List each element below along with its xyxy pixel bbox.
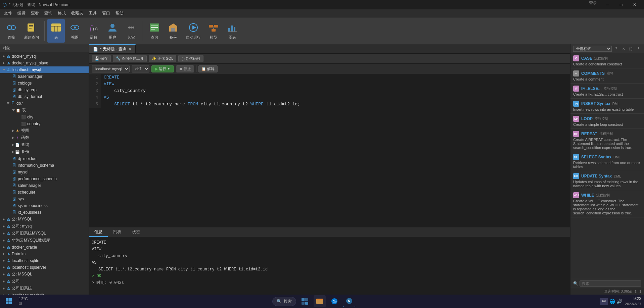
rp-icon-4[interactable]: ⋮	[635, 46, 641, 52]
database-select[interactable]: db7	[132, 65, 149, 72]
sidebar-item-huawei-mysql[interactable]: 🖧 华为云MYSQL数据库	[0, 237, 89, 244]
windows-start-button[interactable]	[3, 295, 15, 307]
sidebar-tree[interactable]: 🖧 docker_mysql 🖧 docker_mysql_slave 🖧 lo…	[0, 52, 89, 295]
sidebar-item-gong-sys-mysql[interactable]: 🖧 公司旧系统MYSQL	[0, 230, 89, 237]
snippet-search-input[interactable]	[580, 280, 641, 287]
toolbar-model[interactable]: 模型	[205, 19, 222, 43]
bottom-tab-profile[interactable]: 剖析	[108, 228, 127, 237]
sidebar-item-db-sy-erp[interactable]: 🗄 db_sy_erp	[0, 87, 89, 93]
code-snippet-button[interactable]: { } () 代码段	[178, 55, 203, 62]
snippet-insert[interactable]: IN INSERT Syntax DML Insert new rows int…	[570, 99, 644, 114]
toolbar-other[interactable]: 其它	[123, 19, 140, 43]
sidebar-item-xt-ebusiness[interactable]: 🗄 xt_ebusiness	[0, 209, 89, 216]
volume-icon[interactable]: 🔊	[616, 299, 622, 304]
taskbar-app-edge[interactable]	[328, 295, 340, 307]
stop-button[interactable]: ⏹ 停止	[176, 65, 194, 72]
snippet-update[interactable]: UP UPDATE Syntax DML Updates columns of …	[570, 171, 644, 190]
snippet-loop[interactable]: LP LOOP 流程控制 Create a simple loop constr…	[570, 114, 644, 129]
sidebar-item-performance-schema[interactable]: 🗄 performance_schema	[0, 175, 89, 182]
sidebar-item-backup-group[interactable]: 💾 备份	[0, 148, 89, 155]
sidebar-item-sys[interactable]: 🗄 sys	[0, 196, 89, 202]
maximize-button[interactable]: □	[614, 0, 628, 9]
sidebar-item-localhost-mariadb[interactable]: 🖧 localhost: mariadb	[0, 292, 89, 295]
bottom-tab-info[interactable]: 信息	[89, 228, 108, 237]
sidebar-item-docker-oracle[interactable]: 🖧 docker_oracle	[0, 244, 89, 251]
sidebar-item-localhost-sqlite[interactable]: 🖧 localhost: sqlite	[0, 257, 89, 264]
sidebar-item-docker-mysql-slave[interactable]: 🖧 docker_mysql_slave	[0, 60, 89, 66]
explain-button[interactable]: 📋 解释	[198, 65, 218, 72]
toolbar-view[interactable]: 视图	[66, 19, 84, 43]
close-button[interactable]: ✕	[628, 0, 641, 9]
sidebar-item-city[interactable]: ⬛ city	[0, 114, 89, 120]
sidebar-item-cnblogs[interactable]: 🗄 cnblogs	[0, 80, 89, 87]
sidebar-item-mysql[interactable]: 🗄 mysql	[0, 169, 89, 175]
sidebar-item-docker-mysql[interactable]: 🖧 docker_mysql	[0, 53, 89, 60]
connection-select[interactable]: localhost: mysql	[92, 65, 130, 72]
snippet-while[interactable]: WH WHILE 流程控制 Create a WHILE construct. …	[570, 190, 644, 217]
sidebar-item-gong-sys[interactable]: 🖧 公司旧系统	[0, 285, 89, 292]
snippet-if-else[interactable]: IF IF...ELSE... 流程控制 Create a IF...ELSE.…	[570, 84, 644, 99]
sidebar-item-db-sy-formal[interactable]: 🗄 db_sy_formal	[0, 93, 89, 100]
rp-icon-1[interactable]: ?	[613, 46, 619, 52]
menu-favorites[interactable]: 收藏夹	[68, 10, 86, 17]
toolbar-user[interactable]: 用户	[104, 19, 121, 43]
minimize-button[interactable]: ─	[601, 0, 614, 9]
rp-icon-3[interactable]: { }	[628, 46, 634, 52]
sidebar-item-dotmim[interactable]: 🖧 Dotmim	[0, 251, 89, 257]
taskbar-app-files[interactable]	[299, 295, 311, 307]
toolbar-table[interactable]: 表	[47, 19, 65, 43]
beautify-button[interactable]: ✨ 美化 SQL	[149, 55, 176, 62]
sidebar-item-scheduler[interactable]: 🗄 scheduler	[0, 189, 89, 196]
taskbar-app-navicat[interactable]: N	[343, 295, 355, 307]
sidebar-item-tables-group[interactable]: 📋 表	[0, 107, 89, 114]
menu-help[interactable]: 帮助	[113, 10, 126, 17]
toolbar-chart[interactable]: 图表	[224, 19, 241, 43]
sidebar-item-dj-meiduo[interactable]: 🗄 dj_meiduo	[0, 155, 89, 162]
snippet-comments[interactable]: -- COMMENTS 注释 Create a comment	[570, 68, 644, 84]
menu-format[interactable]: 格式	[55, 10, 68, 17]
menu-window[interactable]: 窗口	[99, 10, 113, 17]
toolbar-backup[interactable]: 备份	[165, 19, 182, 43]
menu-tools[interactable]: 工具	[86, 10, 99, 17]
sidebar-item-country[interactable]: ⬛ country	[0, 120, 89, 127]
query-tab[interactable]: 📄 * 无标题 - 查询 ✕	[89, 44, 136, 53]
snippet-repeat[interactable]: RP REPEAT 流程控制 Create A REPEAT construct…	[570, 129, 644, 152]
menu-query[interactable]: 查询	[42, 10, 55, 17]
menu-edit[interactable]: 编辑	[15, 10, 28, 17]
sidebar-item-views-group[interactable]: 👁 视图	[0, 127, 89, 134]
taskbar-search[interactable]: 🔍 搜索	[272, 297, 296, 306]
sidebar-item-localhost-sqlserver[interactable]: 🖧 localhost: sqlserver	[0, 264, 89, 271]
run-button[interactable]: ▶ 运行 ▼	[151, 65, 174, 72]
sidebar-item-functions-group[interactable]: ƒ 函数	[0, 134, 89, 141]
sidebar-item-queries-group[interactable]: 📄 查询	[0, 141, 89, 148]
query-tab-close[interactable]: ✕	[129, 47, 131, 51]
sidebar-item-salemanager[interactable]: 🗄 salemanager	[0, 182, 89, 189]
sidebar-item-db7[interactable]: 🗄 db7	[0, 100, 89, 107]
sidebar-item-gong-mysql2[interactable]: 🖧 公司: mysql	[0, 223, 89, 230]
toolbar-new-query[interactable]: 新建查询	[21, 19, 42, 43]
clock[interactable]: 9:23 2023/3/27	[625, 296, 641, 307]
toolbar-autorun[interactable]: 自动运行	[183, 19, 203, 43]
sidebar-item-basemanager[interactable]: 🗄 basemanager	[0, 73, 89, 80]
rp-icon-2[interactable]: ✕	[620, 46, 627, 52]
sidebar-item-gong-mssql[interactable]: 🖧 公: MSSQL	[0, 271, 89, 278]
query-builder-button[interactable]: 🔧 查询创建工具	[113, 55, 147, 62]
sidebar-item-syzm-ebusiness[interactable]: 🗄 syzm_ebusiness	[0, 202, 89, 209]
sidebar-item-localhost-mysql[interactable]: 🖧 localhost: mysql	[0, 66, 89, 73]
snippet-category-select[interactable]: 全部标签	[573, 46, 612, 52]
toolbar-function[interactable]: f(x) 函数	[85, 19, 102, 43]
sidebar-item-information-schema[interactable]: 🗄 information_schema	[0, 162, 89, 169]
ime-label[interactable]: 中	[600, 298, 608, 305]
sidebar-item-gong-mysql[interactable]: 🖧 公: MYSQL	[0, 216, 89, 223]
toolbar-connect[interactable]: 连接	[3, 19, 20, 43]
sql-editor[interactable]: 1 CREATE 2 VIEW 3 city_country 4 AS 5	[89, 74, 570, 227]
menu-view[interactable]: 查看	[28, 10, 42, 17]
network-icon[interactable]: 🌐	[609, 299, 615, 304]
sidebar-item-gong-company[interactable]: 🖧 公司	[0, 278, 89, 285]
bottom-tab-status[interactable]: 状态	[127, 228, 145, 237]
snippet-select[interactable]: SE SELECT Syntax DML Retrieve rows selec…	[570, 152, 644, 171]
snippet-case[interactable]: C CASE 流程控制 Create a conditional constru…	[570, 53, 644, 68]
save-button[interactable]: 💾 保存	[92, 55, 111, 62]
taskbar-app-browser[interactable]	[314, 295, 326, 307]
toolbar-query2[interactable]: 查询	[146, 19, 163, 43]
